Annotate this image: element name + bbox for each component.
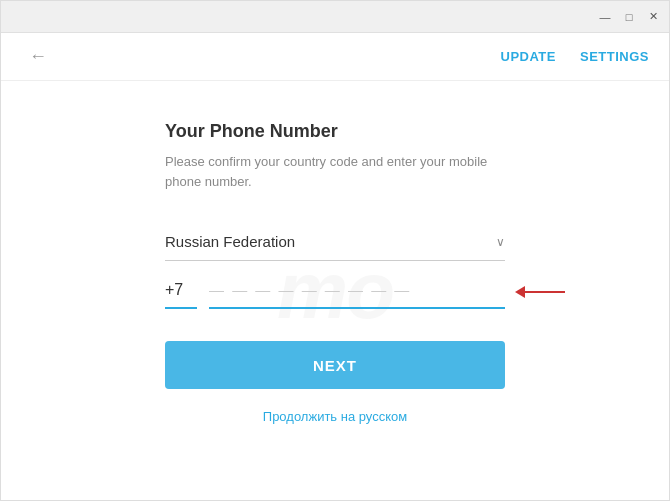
arrow-head-icon xyxy=(515,286,525,298)
update-link[interactable]: UPDATE xyxy=(501,49,556,64)
page-title: Your Phone Number xyxy=(165,121,338,142)
phone-input-row: +7 — — — — — — — — — xyxy=(165,281,505,309)
nav-right: UPDATE SETTINGS xyxy=(501,49,650,64)
country-code: +7 xyxy=(165,281,197,309)
russian-language-link[interactable]: Продолжить на русском xyxy=(165,409,505,424)
nav-bar: ← UPDATE SETTINGS xyxy=(1,33,669,81)
back-button[interactable]: ← xyxy=(21,42,55,71)
close-button[interactable]: ✕ xyxy=(645,9,661,25)
window-controls: — □ ✕ xyxy=(597,9,661,25)
page-subtitle: Please confirm your country code and ent… xyxy=(165,152,505,191)
nav-left: ← xyxy=(21,42,55,71)
minimize-button[interactable]: — xyxy=(597,9,613,25)
form-container: Your Phone Number Please confirm your co… xyxy=(165,121,505,424)
phone-input-wrapper[interactable]: — — — — — — — — — xyxy=(209,281,505,309)
next-button[interactable]: NEXT xyxy=(165,341,505,389)
main-window: — □ ✕ ← UPDATE SETTINGS mo Your Phone Nu… xyxy=(0,0,670,501)
arrow-line xyxy=(525,291,565,293)
phone-placeholder: — — — — — — — — — xyxy=(209,281,411,298)
chevron-down-icon: ∨ xyxy=(496,235,505,249)
title-bar: — □ ✕ xyxy=(1,1,669,33)
maximize-button[interactable]: □ xyxy=(621,9,637,25)
country-selector[interactable]: Russian Federation ∨ xyxy=(165,223,505,261)
arrow-indicator xyxy=(515,286,565,298)
main-content: mo Your Phone Number Please confirm your… xyxy=(1,81,669,500)
country-name: Russian Federation xyxy=(165,233,295,250)
settings-link[interactable]: SETTINGS xyxy=(580,49,649,64)
